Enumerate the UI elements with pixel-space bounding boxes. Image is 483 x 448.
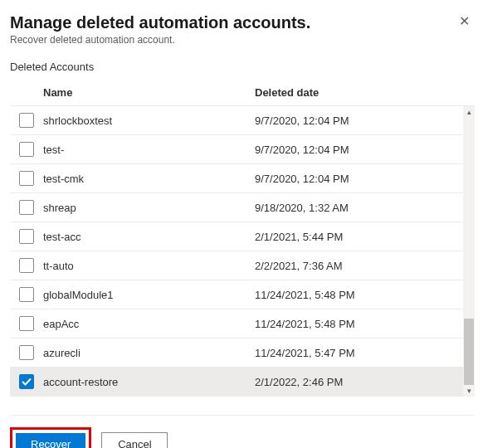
row-date: 9/7/2020, 12:04 PM [255,173,460,185]
row-checkbox[interactable] [19,229,34,244]
checkbox-cell [10,287,43,302]
row-name: tt-auto [43,260,255,272]
close-icon[interactable]: ✕ [454,13,475,30]
row-date: 2/2/2021, 7:36 AM [255,260,460,272]
checkbox-cell [10,345,43,360]
checkmark-icon [22,377,32,387]
checkbox-cell [10,316,43,331]
table-row[interactable]: globalModule111/24/2021, 5:48 PM [10,280,475,309]
row-date: 9/7/2020, 12:04 PM [255,144,460,156]
page-subtitle: Recover deleted automation account. [10,34,310,46]
table-row[interactable]: account-restore2/1/2022, 2:46 PM [10,368,475,397]
table-row[interactable]: shrlockboxtest9/7/2020, 12:04 PM [10,106,475,135]
table-row[interactable]: tt-auto2/2/2021, 7:36 AM [10,251,475,280]
column-header-name[interactable]: Name [43,86,255,99]
table-row[interactable]: test-cmk9/7/2020, 12:04 PM [10,164,475,193]
recover-highlight: Recover [10,427,91,448]
deleted-accounts-table: Name Deleted date ▴ ▾ shrlockboxtest9/7/… [10,80,475,397]
row-date: 2/1/2021, 5:44 PM [255,231,460,243]
scrollbar-thumb[interactable] [464,319,474,385]
row-name: globalModule1 [43,289,255,301]
row-name: test- [43,144,255,156]
checkbox-cell [10,258,43,273]
row-checkbox[interactable] [19,171,34,186]
row-date: 2/1/2022, 2:46 PM [255,376,460,388]
cancel-button[interactable]: Cancel [101,432,168,448]
checkbox-cell [10,374,43,389]
row-date: 11/24/2021, 5:48 PM [255,318,460,330]
row-checkbox[interactable] [19,345,34,360]
row-checkbox[interactable] [19,258,34,273]
table-row[interactable]: azurecli11/24/2021, 5:47 PM [10,338,475,368]
footer: Recover Cancel [10,415,475,448]
row-checkbox[interactable] [19,287,34,302]
table-row[interactable]: shreap9/18/2020, 1:32 AM [10,193,475,222]
row-checkbox[interactable] [19,374,34,389]
row-checkbox[interactable] [19,200,34,215]
table-row[interactable]: test-acc2/1/2021, 5:44 PM [10,222,475,251]
checkbox-cell [10,229,43,244]
row-date: 11/24/2021, 5:47 PM [255,347,460,359]
checkbox-cell [10,142,43,157]
table-row[interactable]: eapAcc11/24/2021, 5:48 PM [10,309,475,338]
row-checkbox[interactable] [19,113,34,128]
row-name: azurecli [43,347,255,359]
row-date: 9/7/2020, 12:04 PM [255,114,460,127]
scrollbar-up-icon[interactable]: ▴ [463,106,475,118]
row-name: shreap [43,202,255,214]
checkbox-cell [10,113,43,128]
row-checkbox[interactable] [19,142,34,157]
row-name: shrlockboxtest [43,114,255,127]
section-label: Deleted Accounts [10,61,475,73]
row-name: test-acc [43,231,255,243]
row-checkbox[interactable] [19,316,34,331]
row-name: account-restore [43,376,255,388]
page-title: Manage deleted automation accounts. [10,13,310,32]
row-name: test-cmk [43,173,255,185]
table-header: Name Deleted date [10,80,475,105]
table-row[interactable]: test-9/7/2020, 12:04 PM [10,135,475,164]
row-name: eapAcc [43,318,255,330]
checkbox-cell [10,171,43,186]
row-date: 11/24/2021, 5:48 PM [255,289,460,301]
row-date: 9/18/2020, 1:32 AM [255,202,460,214]
scrollbar-down-icon[interactable]: ▾ [463,385,475,397]
scrollbar[interactable]: ▴ ▾ [463,106,475,397]
checkbox-cell [10,200,43,215]
recover-button[interactable]: Recover [16,433,85,448]
column-header-date[interactable]: Deleted date [255,86,475,99]
